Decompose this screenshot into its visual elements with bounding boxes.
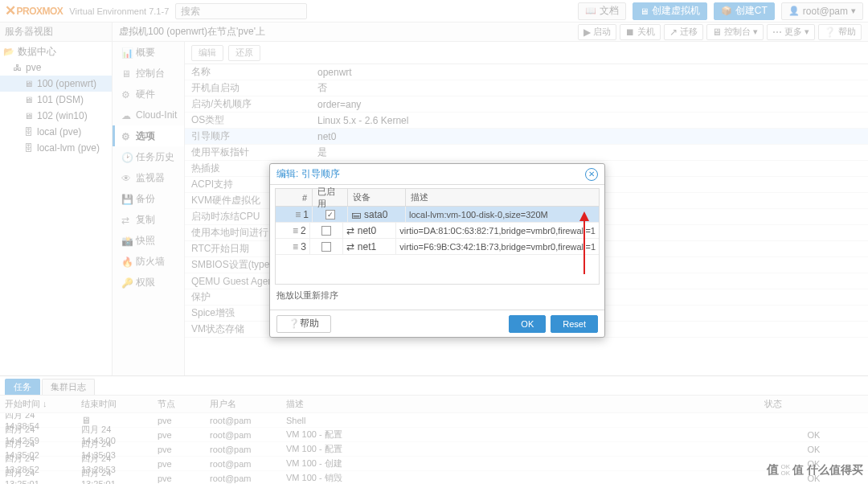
option-key: 开机自启动 [185,81,317,95]
tab-icon: ⇄ [121,215,131,224]
vm-action-button[interactable]: ❔ 帮助 [818,24,862,40]
vm-action-button[interactable]: 🖥 控制台 ▾ [706,24,764,40]
option-row[interactable]: 引导顺序net0 [185,129,868,145]
device-desc: local-lvm:vm-100-disk-0,size=320M [406,207,599,222]
option-key: OS类型 [185,113,317,127]
side-tab[interactable]: 🖥控制台 [113,63,184,84]
boot-order-grid: # 已启用 设备 描述 ≡ 1✓🖴sata0local-lvm:vm-100-d… [275,188,600,285]
side-tab[interactable]: 📸快照 [113,230,184,251]
docs-button[interactable]: 📖 文档 [578,2,626,20]
version-label: Virtual Environment 7.1-7 [69,6,169,16]
close-icon[interactable]: ✕ [585,168,598,181]
log-col-end[interactable]: 结束时间 [76,396,153,412]
tree-item[interactable]: 🖥101 (DSM) [0,92,112,108]
drag-handle-icon[interactable]: ≡ [293,225,297,236]
vm-action-button[interactable]: ↗ 迁移 [664,24,703,40]
log-col-desc[interactable]: 描述 [281,396,760,412]
drag-hint: 拖放以重新排序 [275,285,600,306]
tree-label: 100 (openwrt) [37,78,96,89]
tab-icon: ⚙ [121,89,131,99]
row-index: 1 [303,209,309,220]
device-icon: ⇄ [346,225,354,236]
tab-icon: 🖥 [121,68,131,78]
tree-item[interactable]: 🖥102 (win10) [0,108,112,124]
boot-order-row[interactable]: ≡ 2⇄net0virtio=DA:81:0C:63:82:71,bridge=… [276,223,599,239]
tab-icon: 📸 [121,236,131,245]
tab-cluster-log[interactable]: 集群日志 [42,379,95,395]
option-row[interactable]: 名称openwrt [185,64,868,80]
action-icon: ⏹ [625,27,635,38]
option-row[interactable]: 开机自启动否 [185,80,868,96]
resource-tree: 📂数据中心🖧pve🖥100 (openwrt)🖥101 (DSM)🖥102 (w… [0,42,112,375]
tab-icon: 👁 [121,173,131,183]
edit-button[interactable]: 编辑 [191,45,223,61]
revert-button[interactable]: 还原 [228,45,260,61]
device-name: sata0 [364,209,387,220]
dialog-header[interactable]: 编辑: 引导顺序 ✕ [270,164,604,185]
side-tab[interactable]: 👁监视器 [113,167,184,188]
create-ct-button[interactable]: 📦 创建CT [714,2,775,20]
tab-tasks[interactable]: 任务 [5,379,40,395]
tree-item[interactable]: 🗄local (pve) [0,124,112,140]
log-col-status[interactable]: 状态 [760,396,868,412]
side-tab[interactable]: ⇄复制 [113,209,184,230]
vm-action-button[interactable]: ⋯ 更多 ▾ [767,24,815,40]
option-value: Linux 5.x - 2.6 Kernel [317,115,868,126]
enabled-checkbox[interactable]: ✓ [326,210,335,219]
side-tab[interactable]: 🕑任务历史 [113,146,184,167]
tree-item[interactable]: 🖥100 (openwrt) [0,76,112,92]
option-key: 名称 [185,65,317,79]
option-value: order=any [317,99,868,110]
tree-icon: 🖥 [23,94,34,105]
tree-item[interactable]: 🖧pve [0,59,112,76]
tab-icon: 💾 [121,194,131,203]
tab-label: 控制台 [136,67,165,80]
reset-button[interactable]: Reset [551,315,598,333]
boot-order-row[interactable]: ≡ 1✓🖴sata0local-lvm:vm-100-disk-0,size=3… [276,207,599,223]
tree-item[interactable]: 📂数据中心 [0,43,112,59]
side-tab[interactable]: 🔑权限 [113,272,184,293]
side-tab[interactable]: ⚙硬件 [113,84,184,105]
user-menu[interactable]: 👤 root@pam ▾ [781,2,863,20]
side-tab[interactable]: 🔥防火墙 [113,251,184,272]
tab-label: 硬件 [136,88,155,101]
side-tab[interactable]: 📊概要 [113,42,184,63]
enabled-checkbox[interactable] [321,242,331,252]
drag-handle-icon[interactable]: ≡ [293,241,297,252]
log-rows: 四月 24 14:38:54🖥pveroot@pamShell四月 24 14:… [0,413,868,484]
tab-label: 监视器 [136,171,165,185]
tree-label: local (pve) [37,126,81,137]
action-icon: ⋯ [772,27,782,38]
log-row[interactable]: 四月 24 13:25:01四月 24 13:25:01pveroot@pamV… [0,471,868,484]
ok-button[interactable]: OK [509,315,546,333]
side-tab[interactable]: ⚙选项 [113,125,184,146]
side-tab[interactable]: 💾备份 [113,188,184,209]
option-row[interactable]: 使用平板指针是 [185,145,868,161]
device-icon: 🖴 [351,209,361,220]
vm-action-button[interactable]: ⏹ 关机 [620,24,661,40]
search-input[interactable] [175,3,307,19]
create-vm-button[interactable]: 🖥 创建虚拟机 [633,2,707,20]
side-tab[interactable]: ☁Cloud-Init [113,105,184,125]
option-row[interactable]: OS类型Linux 5.x - 2.6 Kernel [185,113,868,129]
boot-order-row[interactable]: ≡ 3⇄net1virtio=F6:9B:C3:42:1B:73,bridge=… [276,239,599,255]
tree-label: pve [26,62,41,73]
help-button[interactable]: ❔ 帮助 [276,315,331,333]
log-col-node[interactable]: 节点 [153,396,205,412]
action-icon: 🖥 [712,27,722,38]
tree-view-selector[interactable]: 服务器视图 [0,23,112,42]
device-desc: virtio=F6:9B:C3:42:1B:73,bridge=vmbr0,fi… [396,239,599,254]
drag-handle-icon[interactable]: ≡ [295,209,300,220]
device-name: net0 [358,225,376,236]
vm-action-button[interactable]: ▶ 启动 [578,24,616,40]
log-col-start[interactable]: 开始时间 ↓ [0,396,76,412]
option-key: 使用平板指针 [185,146,317,159]
option-row[interactable]: 启动/关机顺序order=any [185,96,868,113]
tree-label: 101 (DSM) [37,94,84,105]
enabled-checkbox[interactable] [321,226,331,236]
breadcrumb: 虚拟机100 (openwrt)在节点'pve'上 [119,25,265,39]
row-index: 2 [301,225,306,236]
log-col-user[interactable]: 用户名 [205,396,281,412]
tree-item[interactable]: 🗄local-lvm (pve) [0,140,112,156]
tree-label: 102 (win10) [37,110,88,121]
